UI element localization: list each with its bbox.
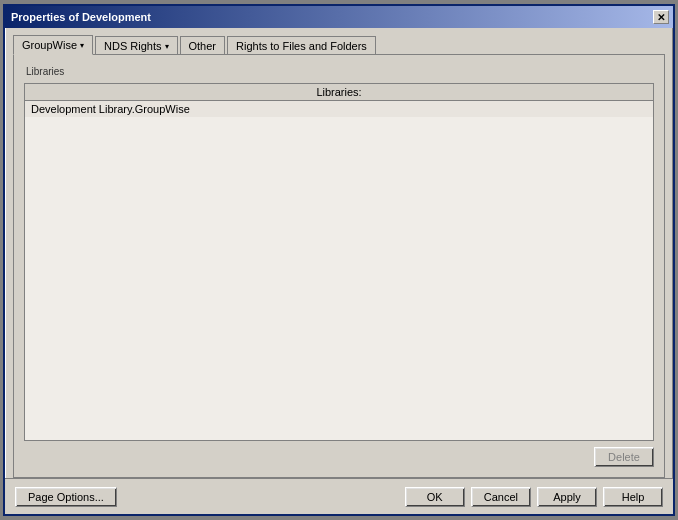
groupwise-dropdown-icon: ▾ (80, 41, 84, 50)
tab-nds-rights-label: NDS Rights (104, 40, 161, 52)
page-options-button[interactable]: Page Options... (15, 487, 117, 507)
apply-button[interactable]: Apply (537, 487, 597, 507)
sub-tab-label: Libraries (24, 65, 70, 79)
ok-button[interactable]: OK (405, 487, 465, 507)
tab-rights-files-folders-label: Rights to Files and Folders (236, 40, 367, 52)
tab-bar: GroupWise ▾ NDS Rights ▾ Other Rights to… (13, 34, 665, 54)
main-window: Properties of Development ✕ GroupWise ▾ … (3, 4, 675, 516)
nds-rights-dropdown-icon: ▾ (165, 42, 169, 51)
libraries-list-header: Libraries: (25, 84, 653, 101)
tab-groupwise-label: GroupWise (22, 39, 77, 51)
libraries-list-container: Libraries: Development Library.GroupWise (24, 83, 654, 441)
bottom-right-buttons: OK Cancel Apply Help (405, 487, 663, 507)
cancel-button[interactable]: Cancel (471, 487, 531, 507)
tab-panel: Libraries Libraries: Development Library… (13, 54, 665, 478)
bottom-bar: Page Options... OK Cancel Apply Help (5, 478, 673, 514)
delete-btn-row: Delete (24, 447, 654, 467)
tab-other[interactable]: Other (180, 36, 226, 55)
close-button[interactable]: ✕ (653, 10, 669, 24)
title-bar: Properties of Development ✕ (5, 6, 673, 28)
libraries-list-body[interactable]: Development Library.GroupWise (25, 101, 653, 440)
help-button[interactable]: Help (603, 487, 663, 507)
tab-rights-files-folders[interactable]: Rights to Files and Folders (227, 36, 376, 55)
tab-nds-rights[interactable]: NDS Rights ▾ (95, 36, 177, 55)
delete-button[interactable]: Delete (594, 447, 654, 467)
list-item[interactable]: Development Library.GroupWise (25, 101, 653, 117)
window-title: Properties of Development (9, 11, 151, 23)
tab-groupwise[interactable]: GroupWise ▾ (13, 35, 93, 55)
tab-other-label: Other (189, 40, 217, 52)
content-area: GroupWise ▾ NDS Rights ▾ Other Rights to… (5, 28, 673, 478)
